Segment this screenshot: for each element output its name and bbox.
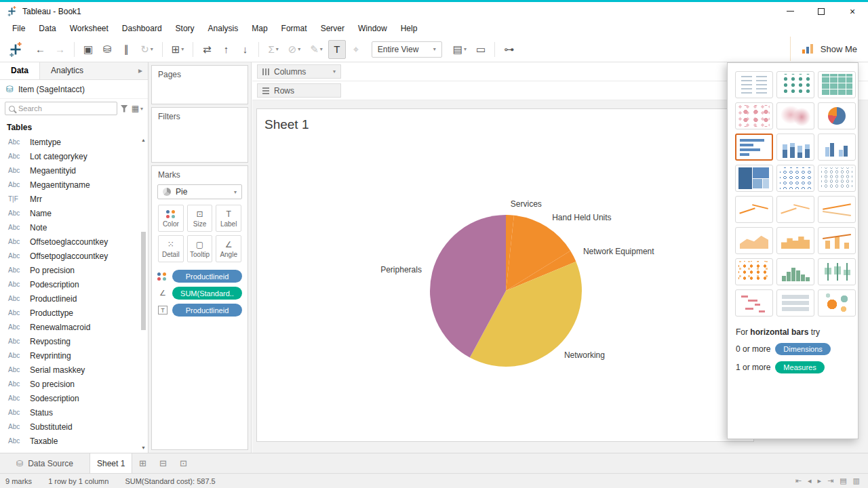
presentation-mode-button[interactable]: ▭ — [472, 40, 490, 59]
sort-ascending-button[interactable]: ↑ — [217, 40, 235, 59]
first-record-icon[interactable]: ⇤ — [795, 476, 802, 485]
showme-treemap[interactable] — [735, 165, 773, 192]
show-me-button[interactable]: Show Me — [790, 37, 868, 61]
view-options-icon[interactable]: ▦▾ — [132, 104, 143, 113]
field-so-precision[interactable]: AbcSo precision — [0, 377, 140, 391]
new-worksheet-tab-button[interactable]: ⊞ — [132, 453, 153, 473]
prev-record-icon[interactable]: ◂ — [808, 476, 812, 485]
field-offsetpoglaccountkey[interactable]: AbcOffsetpoglaccountkey — [0, 249, 140, 263]
field-revposting[interactable]: AbcRevposting — [0, 334, 140, 348]
maximize-button[interactable] — [806, 2, 837, 20]
new-dashboard-button[interactable]: ⊟ — [153, 453, 173, 473]
size-button[interactable]: ⊡Size — [187, 205, 213, 232]
show-filmstrip-icon[interactable]: ▥ — [853, 476, 860, 485]
field-offsetoeglaccountkey[interactable]: AbcOffsetoeglaccountkey — [0, 235, 140, 249]
field-po-precision[interactable]: AbcPo precision — [0, 263, 140, 277]
showme-filled-map[interactable] — [776, 102, 814, 129]
menu-data[interactable]: Data — [32, 20, 62, 37]
search-input[interactable] — [18, 104, 113, 113]
field-serial-maskkey[interactable]: AbcSerial maskkey — [0, 363, 140, 377]
field-status[interactable]: AbcStatus — [0, 405, 140, 420]
scroll-up-icon[interactable]: ▲ — [141, 137, 146, 144]
show-mark-labels-button[interactable]: T — [328, 40, 346, 59]
showme-side-by-side-circles[interactable] — [818, 165, 856, 192]
save-button[interactable]: ▣ — [79, 40, 97, 59]
share-button[interactable]: ⊶ — [500, 40, 518, 59]
menu-map[interactable]: Map — [245, 20, 274, 37]
new-data-source-button[interactable]: ⛁ — [98, 40, 116, 59]
showme-text-table[interactable] — [735, 71, 773, 98]
next-record-icon[interactable]: ▸ — [817, 476, 821, 485]
sort-descending-button[interactable]: ↓ — [236, 40, 254, 59]
menu-format[interactable]: Format — [275, 20, 314, 37]
search-box[interactable] — [5, 102, 117, 115]
mark-type-dropdown[interactable]: Pie ▾ — [157, 184, 242, 199]
angle-button[interactable]: ∠Angle — [216, 235, 241, 262]
showme-bullet-graph[interactable] — [776, 289, 814, 317]
field-taxable[interactable]: AbcTaxable — [0, 434, 140, 448]
showme-discrete-area[interactable] — [776, 227, 814, 254]
undo-button[interactable]: ← — [31, 40, 50, 59]
pill-productlineid[interactable]: Productlineid — [172, 304, 242, 317]
tooltip-button[interactable]: ▢Tooltip — [187, 235, 213, 262]
tab-data-source[interactable]: ⛁ Data Source — [0, 453, 90, 473]
showme-heat-map[interactable] — [776, 71, 814, 98]
field-sodescription[interactable]: AbcSodescription — [0, 391, 140, 405]
pause-auto-updates-button[interactable]: ∥ — [117, 40, 135, 59]
showme-histogram[interactable] — [776, 258, 814, 285]
datasource-item[interactable]: ⛁ Item (SageIntacct) — [0, 80, 148, 99]
showme-side-by-side-bars[interactable] — [818, 134, 856, 161]
field-megaentityname[interactable]: AbcMegaentityname — [0, 178, 140, 192]
pill-dimensions[interactable]: Dimensions — [775, 343, 830, 355]
field-mrr[interactable]: T|FMrr — [0, 192, 140, 206]
showme-highlight-table[interactable] — [818, 71, 856, 98]
menu-file[interactable]: File — [5, 20, 32, 37]
filters-card[interactable]: Filters — [151, 107, 248, 163]
showme-continuous-lines[interactable] — [735, 196, 773, 223]
close-button[interactable]: × — [837, 2, 868, 20]
showme-horizontal-bars[interactable] — [735, 134, 773, 161]
menu-dashboard[interactable]: Dashboard — [115, 20, 169, 37]
field-substituteid[interactable]: AbcSubstituteid — [0, 420, 140, 434]
fit-selector[interactable]: Entire View▾ — [372, 41, 442, 58]
field-megaentityid[interactable]: AbcMegaentityid — [0, 163, 140, 178]
field-podescription[interactable]: AbcPodescription — [0, 277, 140, 291]
field-renewalmacroid[interactable]: AbcRenewalmacroid — [0, 320, 140, 334]
swap-rows-columns-button[interactable]: ⇄ — [198, 40, 216, 59]
pages-card[interactable]: Pages — [151, 65, 248, 104]
showme-stacked-bars[interactable] — [776, 134, 814, 161]
fields-scrollbar[interactable]: ▲ ▼ — [140, 137, 147, 451]
last-record-icon[interactable]: ⇥ — [827, 476, 833, 485]
show-hide-cards-button[interactable]: ▤▾ — [449, 40, 471, 59]
pill-sum-standard-[interactable]: SUM(Standard.. — [172, 287, 242, 300]
menu-story[interactable]: Story — [169, 20, 201, 37]
new-worksheet-button[interactable]: ⊞▾ — [167, 40, 189, 59]
pill-measures[interactable]: Measures — [775, 361, 824, 373]
field-note[interactable]: AbcNote — [0, 220, 140, 235]
new-story-button[interactable]: ⊡ — [173, 453, 193, 473]
showme-gantt[interactable] — [735, 289, 773, 317]
menu-analysis[interactable]: Analysis — [201, 20, 245, 37]
scroll-down-icon[interactable]: ▼ — [141, 445, 146, 451]
show-tabs-icon[interactable]: ▤ — [840, 476, 846, 485]
field-producttype[interactable]: AbcProducttype — [0, 306, 140, 320]
field-itemtype[interactable]: AbcItemtype — [0, 135, 140, 149]
showme-packed-bubbles[interactable] — [818, 289, 856, 317]
showme-circle-views[interactable] — [776, 165, 814, 192]
showme-scatter-plot[interactable] — [735, 258, 773, 285]
tab-sheet-1[interactable]: Sheet 1 — [90, 453, 132, 473]
menu-window[interactable]: Window — [351, 20, 394, 37]
scrollbar-track[interactable] — [141, 144, 146, 445]
scrollbar-thumb[interactable] — [141, 232, 146, 330]
field-revprinting[interactable]: AbcRevprinting — [0, 348, 140, 363]
showme-dual-combination[interactable] — [818, 227, 856, 254]
showme-discrete-lines[interactable] — [776, 196, 814, 223]
minimize-button[interactable] — [774, 2, 806, 20]
showme-continuous-area[interactable] — [735, 227, 773, 254]
pane-options-icon[interactable]: ▸ — [138, 62, 142, 79]
showme-pie-chart[interactable] — [818, 102, 856, 129]
menu-worksheet[interactable]: Worksheet — [63, 20, 115, 37]
showme-symbol-map[interactable] — [735, 102, 773, 129]
pill-productlineid[interactable]: Productlineid — [172, 270, 242, 283]
field-name[interactable]: AbcName — [0, 206, 140, 220]
